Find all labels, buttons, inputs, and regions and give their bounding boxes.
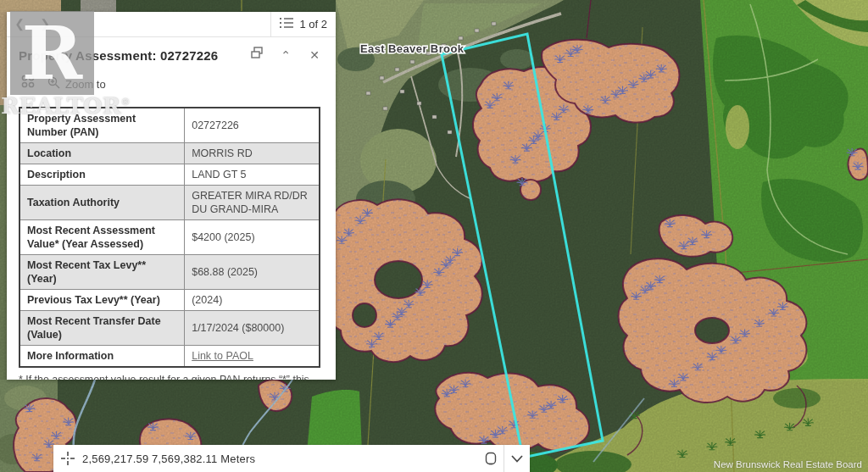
row-label: More Information	[19, 346, 185, 368]
coordinate-options-chevron-icon[interactable]	[504, 445, 530, 472]
map-attribution: New Brunswick Real Estate Board	[714, 459, 862, 469]
popup-titlebar: Property Assessment: 02727226 ⌃ ✕	[7, 37, 336, 69]
pager-count: 1 of 2	[299, 18, 327, 31]
table-row: Most Recent Tax Levy** (Year)$68.88 (202…	[19, 255, 320, 290]
row-label: Most Recent Tax Levy** (Year)	[19, 255, 185, 290]
row-value: (2024)	[185, 290, 320, 311]
close-icon[interactable]: ✕	[303, 46, 326, 64]
assessment-table-body: Property Assessment Number (PAN)02727226…	[19, 108, 320, 367]
table-row: DescriptionLAND GT 5	[19, 164, 320, 186]
table-row: Property Assessment Number (PAN)02727226	[19, 108, 320, 143]
table-row: More InformationLink to PAOL	[19, 346, 320, 368]
zoom-to-button[interactable]: Zoom to	[44, 75, 109, 93]
popup-title: Property Assessment: 02727226	[19, 48, 239, 63]
place-label: East Beaver Brook	[360, 42, 465, 55]
row-label: Previous Tax Levy** (Year)	[19, 290, 185, 311]
row-value: MORRIS RD	[185, 143, 320, 164]
table-row: Most Recent Assessment Value* (Year Asse…	[19, 220, 320, 255]
next-feature-button[interactable]: ❯	[32, 12, 58, 36]
feature-actions-icon[interactable]	[17, 75, 39, 93]
table-row: Most Recent Transfer Date (Value)1/17/20…	[19, 311, 320, 346]
row-label: Most Recent Assessment Value* (Year Asse…	[19, 220, 185, 255]
row-label: Taxation Authority	[19, 186, 185, 220]
feature-list-icon	[280, 17, 293, 32]
popup-footnote: * If the assessment value result for a g…	[19, 373, 324, 380]
coordinate-bar: 2,569,217.59 7,569,382.11 Meters	[53, 445, 530, 472]
table-row: Taxation AuthorityGREATER MIRA RD/DR DU …	[19, 186, 320, 220]
row-value: 02727226	[185, 108, 320, 143]
feature-pager[interactable]: 1 of 2	[270, 12, 336, 36]
previous-feature-button[interactable]: ❮	[7, 12, 32, 36]
crosshair-icon	[53, 451, 82, 466]
zoom-to-label: Zoom to	[65, 78, 106, 91]
row-label: Description	[19, 164, 185, 186]
row-value: GREATER MIRA RD/DR DU GRAND-MIRA	[185, 186, 320, 220]
row-label: Most Recent Transfer Date (Value)	[19, 311, 185, 346]
paol-link[interactable]: Link to PAOL	[192, 350, 253, 362]
table-row: LocationMORRIS RD	[19, 143, 320, 164]
popup-pagination-bar: ❮ ❯ 1 of 2	[7, 12, 336, 37]
row-value: 1/17/2024 ($80000)	[185, 311, 320, 346]
table-row: Previous Tax Levy** (Year)(2024)	[19, 290, 320, 311]
popup-actions-row: Zoom to	[7, 69, 336, 102]
row-label: Property Assessment Number (PAN)	[19, 108, 185, 143]
assessment-table: Property Assessment Number (PAN)02727226…	[19, 107, 320, 368]
row-value: LAND GT 5	[185, 164, 320, 186]
row-value: $4200 (2025)	[185, 220, 320, 255]
property-assessment-popup: ❮ ❯ 1 of 2 Property Assessment: 02727226…	[7, 12, 336, 380]
mark-location-icon[interactable]	[478, 445, 504, 472]
zoom-to-icon	[47, 76, 60, 92]
row-label: Location	[19, 143, 185, 164]
coordinate-readout: 2,569,217.59 7,569,382.11 Meters	[82, 453, 478, 465]
collapse-icon[interactable]: ⌃	[275, 46, 297, 64]
row-value: $68.88 (2025)	[185, 255, 320, 290]
dock-button[interactable]	[246, 46, 268, 64]
row-value: Link to PAOL	[185, 346, 320, 368]
